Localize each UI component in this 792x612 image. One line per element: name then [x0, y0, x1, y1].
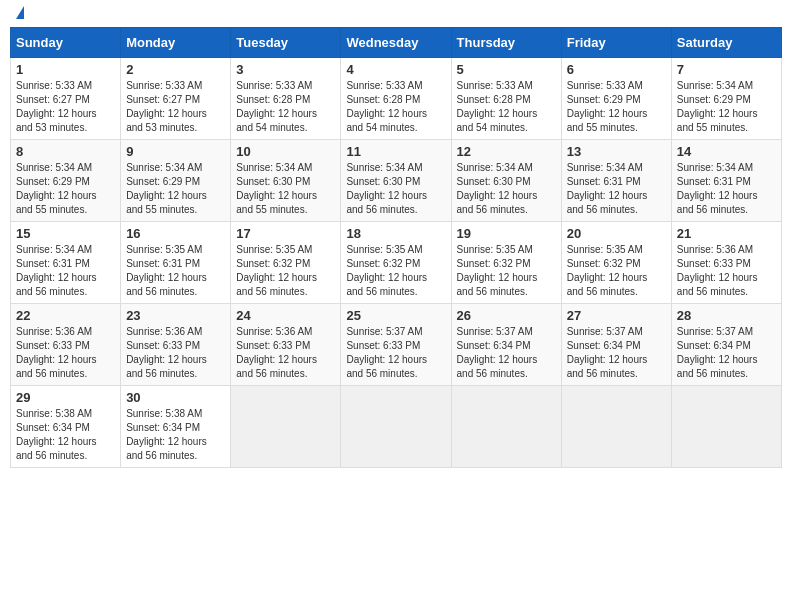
day-info: Sunrise: 5:33 AMSunset: 6:29 PMDaylight:… — [567, 79, 666, 135]
calendar-day-cell: 11Sunrise: 5:34 AMSunset: 6:30 PMDayligh… — [341, 140, 451, 222]
day-number: 9 — [126, 144, 225, 159]
calendar-day-cell — [341, 386, 451, 468]
calendar-day-cell: 1Sunrise: 5:33 AMSunset: 6:27 PMDaylight… — [11, 58, 121, 140]
calendar-day-cell: 22Sunrise: 5:36 AMSunset: 6:33 PMDayligh… — [11, 304, 121, 386]
day-info: Sunrise: 5:34 AMSunset: 6:29 PMDaylight:… — [16, 161, 115, 217]
day-number: 29 — [16, 390, 115, 405]
logo — [14, 10, 24, 19]
calendar-day-cell: 14Sunrise: 5:34 AMSunset: 6:31 PMDayligh… — [671, 140, 781, 222]
day-info: Sunrise: 5:37 AMSunset: 6:34 PMDaylight:… — [567, 325, 666, 381]
calendar-week-row: 15Sunrise: 5:34 AMSunset: 6:31 PMDayligh… — [11, 222, 782, 304]
calendar-day-cell — [231, 386, 341, 468]
calendar-week-row: 29Sunrise: 5:38 AMSunset: 6:34 PMDayligh… — [11, 386, 782, 468]
calendar-day-cell: 30Sunrise: 5:38 AMSunset: 6:34 PMDayligh… — [121, 386, 231, 468]
calendar-day-cell: 2Sunrise: 5:33 AMSunset: 6:27 PMDaylight… — [121, 58, 231, 140]
day-info: Sunrise: 5:33 AMSunset: 6:28 PMDaylight:… — [457, 79, 556, 135]
weekday-header-wednesday: Wednesday — [341, 28, 451, 58]
day-number: 7 — [677, 62, 776, 77]
calendar-day-cell: 4Sunrise: 5:33 AMSunset: 6:28 PMDaylight… — [341, 58, 451, 140]
calendar-body: 1Sunrise: 5:33 AMSunset: 6:27 PMDaylight… — [11, 58, 782, 468]
calendar-week-row: 22Sunrise: 5:36 AMSunset: 6:33 PMDayligh… — [11, 304, 782, 386]
day-number: 13 — [567, 144, 666, 159]
day-info: Sunrise: 5:36 AMSunset: 6:33 PMDaylight:… — [677, 243, 776, 299]
day-info: Sunrise: 5:35 AMSunset: 6:31 PMDaylight:… — [126, 243, 225, 299]
day-info: Sunrise: 5:34 AMSunset: 6:30 PMDaylight:… — [457, 161, 556, 217]
calendar-day-cell: 12Sunrise: 5:34 AMSunset: 6:30 PMDayligh… — [451, 140, 561, 222]
calendar-day-cell — [561, 386, 671, 468]
day-number: 14 — [677, 144, 776, 159]
day-number: 8 — [16, 144, 115, 159]
calendar-day-cell: 29Sunrise: 5:38 AMSunset: 6:34 PMDayligh… — [11, 386, 121, 468]
calendar-day-cell: 15Sunrise: 5:34 AMSunset: 6:31 PMDayligh… — [11, 222, 121, 304]
day-info: Sunrise: 5:33 AMSunset: 6:28 PMDaylight:… — [236, 79, 335, 135]
day-number: 16 — [126, 226, 225, 241]
calendar-day-cell: 18Sunrise: 5:35 AMSunset: 6:32 PMDayligh… — [341, 222, 451, 304]
day-info: Sunrise: 5:37 AMSunset: 6:34 PMDaylight:… — [677, 325, 776, 381]
day-info: Sunrise: 5:35 AMSunset: 6:32 PMDaylight:… — [236, 243, 335, 299]
logo-triangle-icon — [16, 6, 24, 19]
day-number: 30 — [126, 390, 225, 405]
day-number: 18 — [346, 226, 445, 241]
calendar-day-cell: 16Sunrise: 5:35 AMSunset: 6:31 PMDayligh… — [121, 222, 231, 304]
day-info: Sunrise: 5:34 AMSunset: 6:30 PMDaylight:… — [236, 161, 335, 217]
weekday-header-tuesday: Tuesday — [231, 28, 341, 58]
day-info: Sunrise: 5:36 AMSunset: 6:33 PMDaylight:… — [236, 325, 335, 381]
calendar-day-cell: 19Sunrise: 5:35 AMSunset: 6:32 PMDayligh… — [451, 222, 561, 304]
day-info: Sunrise: 5:34 AMSunset: 6:31 PMDaylight:… — [16, 243, 115, 299]
calendar-week-row: 1Sunrise: 5:33 AMSunset: 6:27 PMDaylight… — [11, 58, 782, 140]
calendar-table: SundayMondayTuesdayWednesdayThursdayFrid… — [10, 27, 782, 468]
day-info: Sunrise: 5:37 AMSunset: 6:34 PMDaylight:… — [457, 325, 556, 381]
day-number: 24 — [236, 308, 335, 323]
day-number: 1 — [16, 62, 115, 77]
day-number: 27 — [567, 308, 666, 323]
day-number: 26 — [457, 308, 556, 323]
day-info: Sunrise: 5:34 AMSunset: 6:29 PMDaylight:… — [126, 161, 225, 217]
day-info: Sunrise: 5:36 AMSunset: 6:33 PMDaylight:… — [126, 325, 225, 381]
calendar-day-cell: 3Sunrise: 5:33 AMSunset: 6:28 PMDaylight… — [231, 58, 341, 140]
calendar-day-cell: 7Sunrise: 5:34 AMSunset: 6:29 PMDaylight… — [671, 58, 781, 140]
day-number: 21 — [677, 226, 776, 241]
day-number: 11 — [346, 144, 445, 159]
day-info: Sunrise: 5:34 AMSunset: 6:31 PMDaylight:… — [677, 161, 776, 217]
day-number: 15 — [16, 226, 115, 241]
day-number: 12 — [457, 144, 556, 159]
calendar-week-row: 8Sunrise: 5:34 AMSunset: 6:29 PMDaylight… — [11, 140, 782, 222]
calendar-header-row: SundayMondayTuesdayWednesdayThursdayFrid… — [11, 28, 782, 58]
weekday-header-saturday: Saturday — [671, 28, 781, 58]
day-info: Sunrise: 5:38 AMSunset: 6:34 PMDaylight:… — [16, 407, 115, 463]
calendar-day-cell: 6Sunrise: 5:33 AMSunset: 6:29 PMDaylight… — [561, 58, 671, 140]
day-info: Sunrise: 5:33 AMSunset: 6:28 PMDaylight:… — [346, 79, 445, 135]
day-info: Sunrise: 5:34 AMSunset: 6:29 PMDaylight:… — [677, 79, 776, 135]
day-info: Sunrise: 5:38 AMSunset: 6:34 PMDaylight:… — [126, 407, 225, 463]
day-number: 6 — [567, 62, 666, 77]
day-number: 28 — [677, 308, 776, 323]
calendar-day-cell: 27Sunrise: 5:37 AMSunset: 6:34 PMDayligh… — [561, 304, 671, 386]
page-header — [10, 10, 782, 19]
day-number: 17 — [236, 226, 335, 241]
calendar-day-cell: 8Sunrise: 5:34 AMSunset: 6:29 PMDaylight… — [11, 140, 121, 222]
weekday-header-sunday: Sunday — [11, 28, 121, 58]
day-number: 25 — [346, 308, 445, 323]
calendar-day-cell: 17Sunrise: 5:35 AMSunset: 6:32 PMDayligh… — [231, 222, 341, 304]
day-info: Sunrise: 5:35 AMSunset: 6:32 PMDaylight:… — [457, 243, 556, 299]
day-number: 20 — [567, 226, 666, 241]
calendar-day-cell: 25Sunrise: 5:37 AMSunset: 6:33 PMDayligh… — [341, 304, 451, 386]
calendar-day-cell: 13Sunrise: 5:34 AMSunset: 6:31 PMDayligh… — [561, 140, 671, 222]
day-number: 23 — [126, 308, 225, 323]
weekday-header-monday: Monday — [121, 28, 231, 58]
day-info: Sunrise: 5:37 AMSunset: 6:33 PMDaylight:… — [346, 325, 445, 381]
calendar-day-cell: 9Sunrise: 5:34 AMSunset: 6:29 PMDaylight… — [121, 140, 231, 222]
calendar-day-cell: 21Sunrise: 5:36 AMSunset: 6:33 PMDayligh… — [671, 222, 781, 304]
calendar-day-cell: 10Sunrise: 5:34 AMSunset: 6:30 PMDayligh… — [231, 140, 341, 222]
calendar-day-cell: 28Sunrise: 5:37 AMSunset: 6:34 PMDayligh… — [671, 304, 781, 386]
day-number: 3 — [236, 62, 335, 77]
day-info: Sunrise: 5:33 AMSunset: 6:27 PMDaylight:… — [126, 79, 225, 135]
calendar-day-cell: 26Sunrise: 5:37 AMSunset: 6:34 PMDayligh… — [451, 304, 561, 386]
day-info: Sunrise: 5:34 AMSunset: 6:31 PMDaylight:… — [567, 161, 666, 217]
calendar-day-cell: 20Sunrise: 5:35 AMSunset: 6:32 PMDayligh… — [561, 222, 671, 304]
day-info: Sunrise: 5:35 AMSunset: 6:32 PMDaylight:… — [346, 243, 445, 299]
weekday-header-friday: Friday — [561, 28, 671, 58]
day-number: 5 — [457, 62, 556, 77]
calendar-day-cell: 5Sunrise: 5:33 AMSunset: 6:28 PMDaylight… — [451, 58, 561, 140]
day-info: Sunrise: 5:35 AMSunset: 6:32 PMDaylight:… — [567, 243, 666, 299]
